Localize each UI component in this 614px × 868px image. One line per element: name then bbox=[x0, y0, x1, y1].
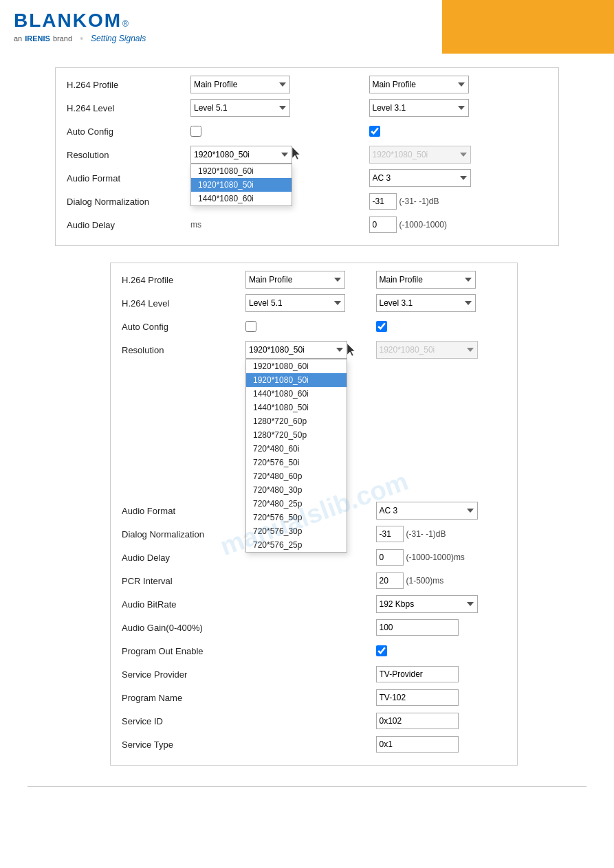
bot-cursor bbox=[347, 344, 357, 358]
bot-right-audio-format: AC 3 MPEG bbox=[376, 502, 507, 520]
bot-dropdown-item-7[interactable]: 720*576_50i bbox=[246, 456, 347, 469]
bot-right-pcr-interval: (1-500)ms bbox=[376, 572, 507, 589]
bot-input-service-type[interactable] bbox=[376, 736, 459, 753]
top-unit-audio-delay: (-1000-1000) bbox=[399, 220, 447, 230]
bot-dropdown-item-9[interactable]: 720*480_30p bbox=[246, 483, 347, 497]
bot-select-resolution-left[interactable]: 1920*1080_50i bbox=[245, 341, 347, 359]
bot-unit-audio-delay: (-1000-1000)ms bbox=[406, 553, 465, 562]
bot-dropdown-item-11[interactable]: 720*576_50p bbox=[246, 511, 347, 524]
bot-input-pcr-interval[interactable] bbox=[376, 572, 404, 589]
header-orange-block bbox=[442, 0, 614, 54]
top-label-dialog-norm: Dialog Normalization bbox=[67, 197, 190, 207]
top-select-h264-level-right[interactable]: Level 5.1 Level 3.1 bbox=[369, 99, 469, 117]
bot-row-program-out-enable: Program Out Enable bbox=[122, 641, 506, 660]
top-dropdown-item-0[interactable]: 1920*1080_60i bbox=[191, 164, 292, 178]
bot-label-resolution: Resolution bbox=[122, 345, 245, 355]
bot-checkbox-program-out-enable[interactable] bbox=[376, 645, 387, 656]
bot-right-service-id bbox=[376, 713, 507, 729]
bot-select-h264-profile-right[interactable]: Main Profile bbox=[376, 271, 476, 289]
bot-label-program-out-enable: Program Out Enable bbox=[122, 646, 245, 656]
bot-input-audio-gain[interactable] bbox=[376, 619, 459, 636]
bot-row-program-name: Program Name bbox=[122, 688, 506, 707]
bot-dropdown-item-1[interactable]: 1920*1080_50i bbox=[246, 373, 347, 387]
top-left-resolution: 1920*1080_50i 1920*1080_60i 1920*1080_50… bbox=[190, 146, 369, 164]
logo-box: BLANKOM ® an IRENIS brand • Setting Sign… bbox=[14, 10, 146, 44]
bot-label-service-type: Service Type bbox=[122, 739, 245, 750]
bot-input-program-name[interactable] bbox=[376, 689, 459, 706]
bot-label-h264-level: H.264 Level bbox=[122, 298, 245, 309]
bot-input-service-id[interactable] bbox=[376, 713, 459, 729]
bot-right-service-provider bbox=[376, 666, 507, 682]
bot-label-service-id: Service ID bbox=[122, 716, 245, 726]
top-input-audio-delay[interactable] bbox=[369, 216, 397, 233]
bot-dropdown-item-10[interactable]: 720*480_25p bbox=[246, 497, 347, 511]
bot-right-program-out-enable bbox=[376, 645, 507, 656]
bot-select-h264-level-left[interactable]: Level 5.1 bbox=[245, 294, 345, 312]
top-row-resolution: Resolution 1920*1080_50i 1920*1080_60i 1… bbox=[67, 145, 547, 164]
top-left-audio-delay: ms bbox=[190, 220, 369, 230]
bot-select-h264-profile-left[interactable]: Main Profile bbox=[245, 271, 345, 289]
top-label-audio-format: Audio Format bbox=[67, 173, 190, 183]
bot-row-pcr-interval: PCR Interval (1-500)ms bbox=[122, 571, 506, 590]
top-input-dialog-norm[interactable] bbox=[369, 193, 397, 210]
bot-checkbox-auto-config-right[interactable] bbox=[376, 321, 387, 332]
top-dropdown-item-2[interactable]: 1440*1080_60i bbox=[191, 192, 292, 205]
top-right-dialog-norm: (-31- -1)dB bbox=[369, 193, 548, 210]
bot-dropdown-item-13[interactable]: 720*576_25p bbox=[246, 538, 347, 552]
top-select-h264-level-left[interactable]: Level 5.1 Level 3.1 Level 4.0 bbox=[190, 99, 290, 117]
bot-row-service-type: Service Type bbox=[122, 735, 506, 754]
top-label-h264-level: H.264 Level bbox=[67, 103, 190, 113]
top-dropdown-item-1[interactable]: 1920*1080_50i bbox=[191, 178, 292, 192]
top-select-resolution-right[interactable]: 1920*1080_50i bbox=[369, 146, 471, 164]
bot-label-pcr-interval: PCR Interval bbox=[122, 576, 245, 586]
bot-dropdown-item-3[interactable]: 1440*1080_50i bbox=[246, 401, 347, 414]
content-area: H.264 Profile Main Profile Baseline Prof… bbox=[0, 54, 614, 835]
bot-input-audio-delay[interactable] bbox=[376, 549, 404, 566]
top-checkbox-auto-config-left[interactable] bbox=[190, 126, 201, 137]
top-select-h264-profile-left[interactable]: Main Profile Baseline Profile High Profi… bbox=[190, 76, 290, 93]
bot-dropdown-item-4[interactable]: 1280*720_60p bbox=[246, 414, 347, 428]
bot-label-audio-format: Audio Format bbox=[122, 506, 245, 516]
top-right-audio-format: AC 3 MPEG bbox=[369, 169, 548, 187]
top-left-auto-config bbox=[190, 126, 369, 137]
bot-dropdown-item-12[interactable]: 720*576_30p bbox=[246, 524, 347, 538]
bot-dropdown-item-5[interactable]: 1280*720_50p bbox=[246, 428, 347, 442]
top-cursor bbox=[292, 147, 302, 162]
top-select-h264-profile-right[interactable]: Main Profile Baseline Profile High Profi… bbox=[369, 76, 469, 93]
bot-select-audio-bitrate[interactable]: 192 Kbps 128 Kbps 256 Kbps bbox=[376, 595, 478, 613]
bot-unit-pcr-interval: (1-500)ms bbox=[406, 576, 444, 586]
bot-right-dialog-norm: (-31- -1)dB bbox=[376, 526, 507, 542]
bot-left-resolution: 1920*1080_50i 1920*1080_60i 1920*1080_50… bbox=[245, 341, 376, 359]
bot-dropdown-item-6[interactable]: 720*480_60i bbox=[246, 442, 347, 456]
bot-dropdown-item-0[interactable]: 1920*1080_60i bbox=[246, 359, 347, 373]
top-right-h264-profile: Main Profile Baseline Profile High Profi… bbox=[369, 76, 548, 93]
logo-brand: brand bbox=[53, 34, 72, 43]
bot-input-dialog-norm[interactable] bbox=[376, 526, 404, 542]
bot-select-resolution-right[interactable]: 1920*1080_50i bbox=[376, 341, 478, 359]
top-right-audio-delay: (-1000-1000) bbox=[369, 216, 548, 233]
bot-checkbox-auto-config-left[interactable] bbox=[245, 321, 256, 332]
bot-select-h264-level-right[interactable]: Level 3.1 bbox=[376, 294, 476, 312]
top-row-audio-delay: Audio Delay ms (-1000-1000) bbox=[67, 215, 547, 234]
bot-right-program-name bbox=[376, 689, 507, 706]
top-select-resolution-left[interactable]: 1920*1080_50i bbox=[190, 146, 292, 164]
bot-label-audio-bitrate: Audio BitRate bbox=[122, 599, 245, 610]
bot-dropdown-item-8[interactable]: 720*480_60p bbox=[246, 469, 347, 483]
bot-input-service-provider[interactable] bbox=[376, 666, 459, 682]
header: BLANKOM ® an IRENIS brand • Setting Sign… bbox=[0, 0, 614, 54]
bot-right-audio-bitrate: 192 Kbps 128 Kbps 256 Kbps bbox=[376, 595, 507, 613]
top-right-resolution: 1920*1080_50i bbox=[369, 146, 548, 164]
bot-unit-dialog-norm: (-31- -1)dB bbox=[406, 529, 446, 539]
top-right-h264-level: Level 5.1 Level 3.1 bbox=[369, 99, 548, 117]
bot-right-service-type bbox=[376, 736, 507, 753]
bot-select-audio-format[interactable]: AC 3 MPEG bbox=[376, 502, 478, 520]
bot-right-h264-profile: Main Profile bbox=[376, 271, 507, 289]
svg-marker-1 bbox=[347, 344, 355, 356]
bot-label-h264-profile: H.264 Profile bbox=[122, 275, 245, 285]
top-left-h264-level: Level 5.1 Level 3.1 Level 4.0 bbox=[190, 99, 369, 117]
top-checkbox-auto-config-right[interactable] bbox=[369, 126, 380, 137]
bot-label-audio-delay: Audio Delay bbox=[122, 553, 245, 563]
top-resolution-dropdown: 1920*1080_60i 1920*1080_50i 1440*1080_60… bbox=[190, 164, 292, 206]
top-select-audio-format-right[interactable]: AC 3 MPEG bbox=[369, 169, 471, 187]
bot-dropdown-item-2[interactable]: 1440*1080_60i bbox=[246, 387, 347, 401]
